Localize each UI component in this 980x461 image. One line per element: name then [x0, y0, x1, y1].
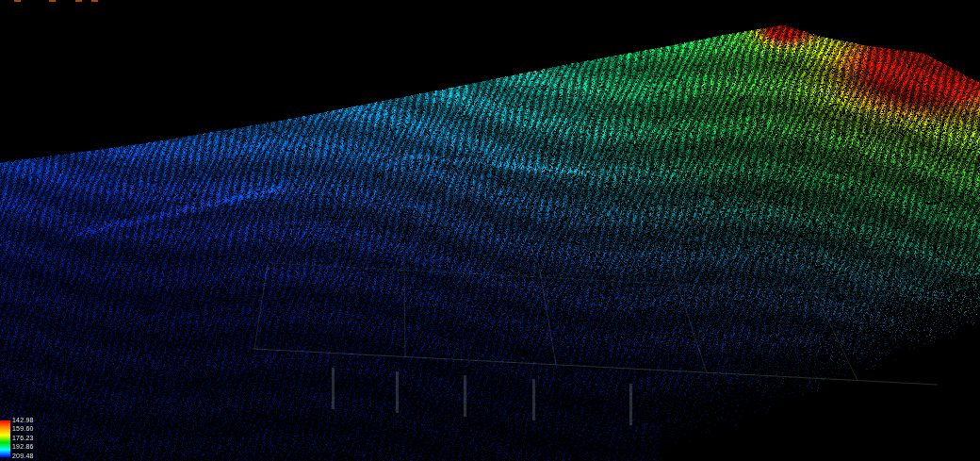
- toolbar-icon-fragment[interactable]: [75, 0, 82, 2]
- toolbar-icon-fragment[interactable]: [49, 0, 56, 2]
- toolbar-icon-fragment[interactable]: [14, 0, 21, 2]
- viewport-3d[interactable]: 142.98 159.60 176.23 192.86 209.48: [0, 0, 980, 461]
- colorbar-tick: 192.86: [12, 442, 34, 451]
- colorbar-tick: 176.23: [12, 434, 34, 442]
- color-scale-legend: 142.98 159.60 176.23 192.86 209.48: [0, 416, 34, 460]
- colorbar-tick: 209.48: [12, 452, 34, 460]
- toolbar-fragments: [0, 0, 113, 3]
- colorbar-tick: 159.60: [12, 424, 34, 433]
- point-cloud-canvas[interactable]: [0, 0, 980, 461]
- colorbar-tick-labels: 142.98 159.60 176.23 192.86 209.48: [12, 416, 34, 460]
- colorbar-tick: 142.98: [12, 416, 34, 424]
- toolbar-icon-fragment[interactable]: [91, 0, 98, 2]
- colorbar-gradient: [0, 420, 10, 457]
